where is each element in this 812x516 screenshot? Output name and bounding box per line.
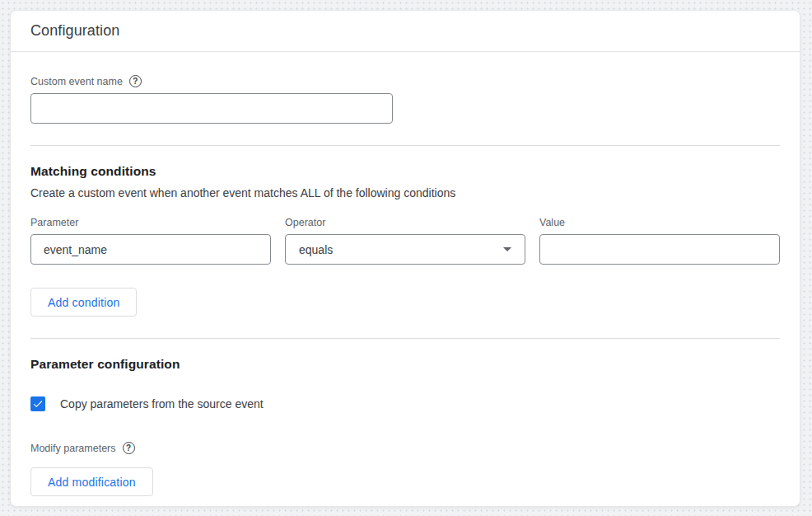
custom-event-name-label-row: Custom event name ? (30, 75, 780, 87)
add-condition-button[interactable]: Add condition (30, 288, 137, 317)
value-input[interactable] (539, 234, 780, 265)
custom-event-name-input[interactable] (30, 93, 393, 124)
section-divider (30, 338, 780, 339)
section-divider (30, 145, 780, 146)
operator-selected-value: equals (299, 243, 333, 256)
matching-conditions-description: Create a custom event when another event… (30, 186, 780, 199)
operator-select[interactable]: equals (285, 234, 525, 265)
configuration-card: Configuration Custom event name ? Matchi… (10, 10, 800, 507)
parameter-field-group: Parameter (30, 217, 271, 265)
condition-fields-row: Parameter Operator equals Value (30, 217, 780, 265)
operator-field-group: Operator equals (285, 217, 525, 265)
copy-parameters-checkbox[interactable] (30, 396, 45, 411)
value-field-group: Value (539, 217, 780, 265)
modify-parameters-label: Modify parameters (30, 443, 116, 454)
chevron-down-icon (503, 247, 511, 251)
modify-parameters-label-row: Modify parameters ? (30, 442, 780, 454)
help-icon[interactable]: ? (129, 75, 142, 87)
copy-parameters-row: Copy parameters from the source event (30, 396, 780, 411)
parameter-label: Parameter (30, 217, 271, 228)
parameter-configuration-section: Parameter configuration Copy parameters … (30, 357, 780, 496)
help-icon[interactable]: ? (123, 442, 135, 454)
card-header: Configuration (11, 11, 800, 52)
operator-label: Operator (285, 217, 525, 228)
copy-parameters-label: Copy parameters from the source event (60, 397, 264, 410)
card-body: Custom event name ? Matching conditions … (11, 52, 800, 516)
parameter-input[interactable] (30, 234, 271, 265)
matching-conditions-section: Matching conditions Create a custom even… (30, 164, 780, 317)
parameter-configuration-heading: Parameter configuration (30, 357, 780, 372)
page-title: Configuration (30, 22, 119, 40)
value-label: Value (539, 217, 780, 228)
custom-event-name-label: Custom event name (30, 76, 123, 87)
add-modification-button[interactable]: Add modification (30, 467, 153, 496)
custom-event-section: Custom event name ? (30, 75, 780, 124)
checkmark-icon (32, 398, 44, 410)
matching-conditions-heading: Matching conditions (30, 164, 780, 179)
